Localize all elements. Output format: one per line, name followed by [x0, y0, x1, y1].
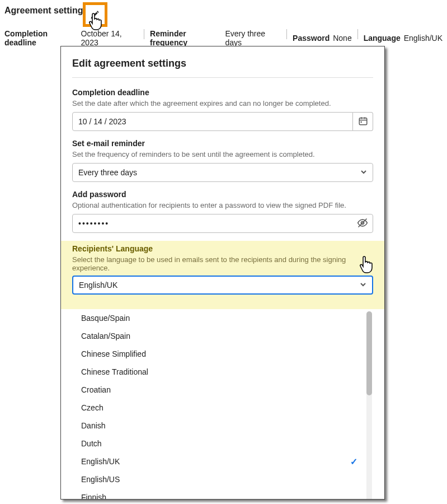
divider	[286, 29, 287, 39]
deadline-label: Completion deadline	[72, 88, 373, 97]
summary-password-label: Password	[293, 34, 330, 43]
summary-reminder-label: Reminder frequency	[150, 29, 222, 47]
svg-rect-4	[360, 121, 361, 122]
edit-settings-modal: Edit agreement settings Completion deadl…	[60, 46, 385, 500]
summary-language-label: Language	[364, 34, 401, 43]
language-option[interactable]: Basque/Spain	[72, 309, 373, 327]
language-option[interactable]: Finnish	[72, 488, 373, 500]
summary-deadline-value: October 14, 2023	[81, 29, 139, 47]
calendar-icon	[358, 116, 368, 128]
divider	[357, 29, 358, 39]
language-dropdown: Basque/SpainCatalan/SpainChinese Simplif…	[72, 309, 373, 500]
deadline-desc: Set the date after which the agreement e…	[72, 99, 373, 108]
calendar-button[interactable]	[353, 112, 373, 131]
pencil-icon	[90, 9, 101, 20]
scrollbar[interactable]	[366, 311, 372, 500]
language-option[interactable]: Czech	[72, 399, 373, 417]
toggle-password-visibility[interactable]	[354, 216, 371, 231]
summary-reminder-value: Every three days	[225, 29, 281, 47]
eye-off-icon	[357, 217, 368, 230]
svg-rect-0	[359, 118, 367, 124]
reminder-desc: Set the frequency of reminders to be sen…	[72, 150, 373, 158]
summary-language-value: English/UK	[404, 34, 443, 43]
chevron-down-icon	[360, 281, 366, 290]
language-option[interactable]: English/UK✓	[72, 452, 373, 470]
divider	[144, 29, 144, 39]
summary-password-value: None	[333, 34, 351, 43]
chevron-down-icon	[360, 168, 367, 177]
deadline-input[interactable]	[72, 112, 353, 131]
reminder-label: Set e-mail reminder	[72, 139, 373, 148]
password-input[interactable]	[72, 214, 373, 233]
summary-deadline-label: Completion deadline	[4, 29, 78, 47]
language-option[interactable]: Danish	[72, 417, 373, 435]
edit-settings-button[interactable]	[83, 2, 107, 27]
page-title: Agreement settings	[4, 6, 88, 16]
language-label: Recipients' Language	[72, 244, 373, 253]
language-option[interactable]: Croatian	[72, 381, 373, 399]
language-select[interactable]: English/UK	[72, 276, 373, 295]
modal-title: Edit agreement settings	[72, 58, 373, 69]
divider	[72, 77, 373, 78]
check-icon: ✓	[350, 456, 357, 467]
language-option[interactable]: English/US	[72, 470, 373, 488]
language-option[interactable]: Chinese Traditional	[72, 363, 373, 381]
reminder-select[interactable]: Every three days	[72, 163, 373, 182]
language-option[interactable]: Dutch	[72, 435, 373, 452]
language-option[interactable]: Chinese Simplified	[72, 345, 373, 363]
password-label: Add password	[72, 190, 373, 199]
reminder-select-value: Every three days	[78, 168, 137, 177]
language-select-value: English/UK	[79, 281, 117, 290]
language-option[interactable]: Catalan/Spain	[72, 327, 373, 345]
language-desc: Select the language to be used in emails…	[72, 255, 373, 272]
scrollbar-thumb[interactable]	[366, 311, 372, 395]
password-desc: Optional authentication for recipients t…	[72, 201, 373, 209]
